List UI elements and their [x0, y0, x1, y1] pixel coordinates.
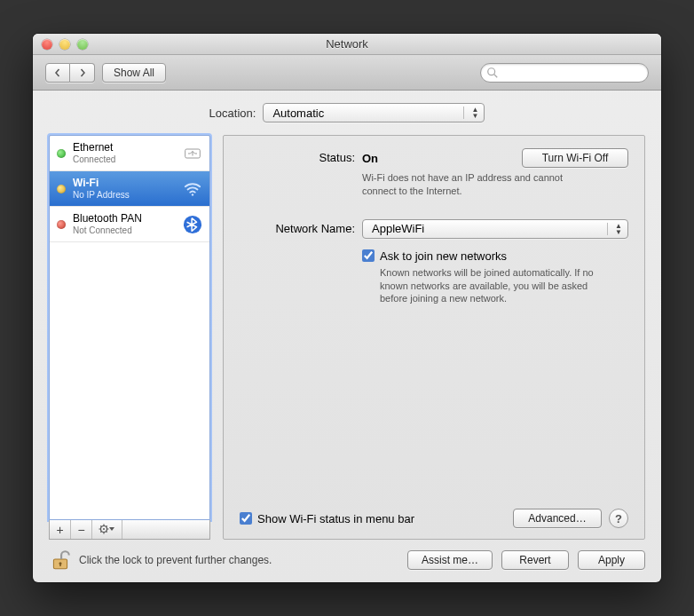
- service-actions-button[interactable]: [92, 520, 122, 539]
- content: Location: Automatic ▲▼ Ethernet Connecte…: [33, 91, 661, 582]
- ask-join-checkbox-row[interactable]: Ask to join new networks: [362, 249, 628, 263]
- show-menu-checkbox-row[interactable]: Show Wi-Fi status in menu bar: [240, 512, 414, 525]
- sidebar: Ethernet Connected Wi-Fi No IP Address: [49, 135, 210, 540]
- detail-bottom-row: Show Wi-Fi status in menu bar Advanced… …: [240, 509, 628, 528]
- ask-join-label: Ask to join new networks: [380, 249, 507, 263]
- close-window-button[interactable]: [42, 39, 52, 50]
- chevron-left-icon: [53, 68, 62, 77]
- titlebar: Network: [33, 34, 661, 55]
- remove-service-button[interactable]: −: [71, 520, 92, 539]
- network-name-value: AppleWiFi: [372, 222, 424, 235]
- unlocked-lock-icon: [49, 549, 72, 572]
- svg-line-12: [106, 531, 106, 532]
- show-menu-label: Show Wi-Fi status in menu bar: [257, 512, 414, 525]
- service-name: Bluetooth PAN: [73, 213, 177, 225]
- detail-pane: Status: On Turn Wi-Fi Off Wi-Fi does not…: [223, 135, 645, 540]
- status-label: Status:: [240, 148, 355, 164]
- service-item-bluetooth[interactable]: Bluetooth PAN Not Connected: [50, 207, 209, 242]
- svg-line-11: [100, 525, 101, 526]
- service-item-wifi[interactable]: Wi-Fi No IP Address: [50, 171, 209, 207]
- service-item-ethernet[interactable]: Ethernet Connected: [50, 136, 209, 171]
- service-name: Ethernet: [73, 142, 177, 154]
- updown-arrows-icon: ▲▼: [463, 107, 478, 119]
- svg-point-6: [103, 528, 105, 530]
- status-dot-icon: [57, 185, 66, 193]
- location-row: Location: Automatic ▲▼: [49, 103, 645, 122]
- ask-join-hint: Known networks will be joined automatica…: [380, 266, 602, 306]
- search-icon: [486, 67, 499, 79]
- window-title: Network: [33, 37, 661, 51]
- svg-line-14: [106, 525, 106, 526]
- service-status: Connected: [73, 154, 177, 165]
- help-button[interactable]: ?: [609, 509, 628, 528]
- lock-row[interactable]: Click the lock to prevent further change…: [49, 549, 272, 572]
- svg-line-1: [494, 74, 498, 77]
- toolbar: Show All: [33, 55, 661, 91]
- service-status: Not Connected: [73, 225, 177, 236]
- zoom-window-button[interactable]: [77, 39, 88, 50]
- nav-segmented: [45, 63, 95, 83]
- apply-button[interactable]: Apply: [578, 550, 645, 570]
- svg-rect-17: [59, 564, 61, 566]
- service-name: Wi-Fi: [73, 178, 177, 190]
- ethernet-icon: [181, 142, 204, 165]
- svg-point-0: [488, 67, 495, 75]
- lock-text: Click the lock to prevent further change…: [79, 554, 272, 566]
- revert-button[interactable]: Revert: [501, 550, 569, 570]
- svg-point-3: [192, 193, 193, 195]
- assist-me-button[interactable]: Assist me…: [407, 550, 493, 570]
- location-label: Location:: [209, 107, 256, 120]
- status-hint: Wi-Fi does not have an IP address and ca…: [362, 171, 593, 198]
- service-list[interactable]: Ethernet Connected Wi-Fi No IP Address: [49, 135, 210, 520]
- location-value: Automatic: [272, 107, 324, 120]
- status-row: Status: On Turn Wi-Fi Off Wi-Fi does not…: [240, 148, 628, 198]
- svg-line-13: [100, 531, 101, 532]
- wifi-icon: [181, 178, 204, 201]
- updown-arrows-icon: ▲▼: [607, 223, 622, 235]
- network-name-popup[interactable]: AppleWiFi ▲▼: [362, 219, 628, 239]
- back-button[interactable]: [45, 63, 70, 83]
- chevron-right-icon: [78, 68, 87, 77]
- turn-wifi-off-button[interactable]: Turn Wi-Fi Off: [522, 148, 628, 168]
- status-dot-icon: [57, 149, 66, 158]
- gear-icon: [99, 524, 116, 534]
- service-status: No IP Address: [73, 190, 177, 201]
- bluetooth-icon: [181, 213, 204, 236]
- show-menu-checkbox[interactable]: [240, 512, 252, 525]
- search-input[interactable]: [480, 63, 649, 83]
- location-popup[interactable]: Automatic ▲▼: [263, 103, 485, 122]
- traffic-lights: [42, 39, 88, 50]
- minimize-window-button[interactable]: [59, 39, 70, 50]
- add-service-button[interactable]: +: [50, 520, 71, 539]
- status-dot-icon: [57, 220, 66, 229]
- footer: Click the lock to prevent further change…: [49, 540, 645, 572]
- body: Ethernet Connected Wi-Fi No IP Address: [49, 135, 645, 540]
- show-all-button[interactable]: Show All: [102, 63, 166, 83]
- network-preferences-window: Network Show All Location: Automatic ▲▼: [33, 34, 661, 582]
- network-name-label: Network Name:: [240, 219, 355, 235]
- forward-button[interactable]: [70, 63, 95, 83]
- service-list-toolbar: + −: [49, 520, 210, 540]
- search-field-wrap: [480, 63, 649, 83]
- status-value: On: [362, 152, 378, 165]
- ask-join-checkbox[interactable]: [362, 249, 375, 262]
- advanced-button[interactable]: Advanced…: [513, 509, 602, 528]
- network-name-row: Network Name: AppleWiFi ▲▼ Ask to join n…: [240, 219, 628, 306]
